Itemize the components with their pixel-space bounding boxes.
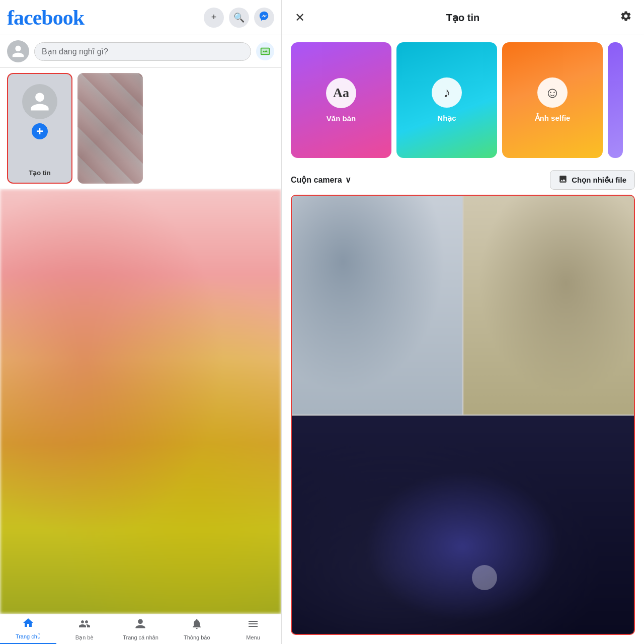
photo-post-button[interactable]: [256, 42, 274, 60]
header-icons: + 🔍: [204, 8, 274, 28]
photo-cell-3[interactable]: [292, 416, 634, 634]
story-photo-blur: [77, 73, 143, 184]
story-avatar-area: +: [22, 84, 57, 139]
right-panel: ✕ Tạo tin Aa Văn bàn ♪ Nhạc: [282, 0, 644, 644]
messenger-button[interactable]: [254, 8, 274, 28]
story-creator-title: Tạo tin: [446, 12, 479, 24]
create-story-plus: +: [32, 123, 48, 139]
nav-profile-label: Trang cá nhân: [123, 634, 158, 640]
search-icon: 🔍: [233, 12, 245, 23]
photo-cell-2[interactable]: [463, 196, 634, 415]
photo-circle-decoration: [472, 565, 497, 590]
selfie-type-label: Ảnh selfie: [535, 114, 571, 123]
post-input[interactable]: Bạn đang nghĩ gì?: [34, 42, 251, 61]
story-types-row: Aa Văn bàn ♪ Nhạc ☺ Ảnh selfie: [282, 35, 644, 165]
messenger-icon: [259, 11, 270, 24]
text-type-label: Văn bàn: [327, 114, 356, 123]
plus-icon: +: [211, 12, 217, 23]
nav-friends-label: Bạn bè: [75, 634, 94, 641]
bottom-nav: Trang chủ Bạn bè Trang cá nhân: [0, 614, 281, 644]
camera-selector: Cuộn camera ∨ Chọn nhiều file: [282, 165, 644, 195]
photo-blur-2: [463, 196, 634, 415]
nav-notifications-label: Thông báo: [184, 634, 210, 640]
story-type-music[interactable]: ♪ Nhạc: [396, 42, 497, 158]
story-creator-header: ✕ Tạo tin: [282, 0, 644, 35]
selfie-icon-circle: ☺: [537, 77, 568, 108]
camera-roll-button[interactable]: Cuộn camera ∨: [291, 175, 351, 185]
stories-row: + Tạo tin: [0, 68, 281, 189]
music-type-label: Nhạc: [437, 114, 456, 123]
music-icon-circle: ♪: [432, 77, 462, 108]
user-avatar: [7, 40, 29, 62]
close-button[interactable]: ✕: [291, 9, 309, 27]
feed-overlay: [0, 189, 281, 614]
choose-files-button[interactable]: Chọn nhiều file: [550, 170, 635, 190]
nav-notifications[interactable]: Thông báo: [169, 615, 225, 643]
text-icon: Aa: [333, 86, 349, 101]
choose-files-icon: [558, 175, 568, 185]
create-story-label: Tạo tin: [8, 169, 71, 177]
left-panel: facebook + 🔍 Bạn đang nghĩ gì?: [0, 0, 282, 644]
nav-menu-label: Menu: [246, 634, 260, 640]
feed-image: [0, 189, 281, 614]
post-box: Bạn đang nghĩ gì?: [0, 35, 281, 68]
search-button[interactable]: 🔍: [229, 8, 249, 28]
choose-files-label: Chọn nhiều file: [572, 176, 626, 185]
photo-blur-1: [292, 196, 462, 415]
nav-friends[interactable]: Bạn bè: [56, 615, 113, 644]
photo-cell-1[interactable]: [292, 196, 462, 415]
camera-roll-label: Cuộn camera: [291, 175, 342, 185]
profile-icon: [134, 618, 146, 633]
facebook-logo: facebook: [7, 6, 84, 30]
settings-button[interactable]: [617, 9, 635, 27]
nav-menu[interactable]: Menu: [225, 615, 281, 643]
music-icon: ♪: [443, 85, 450, 101]
nav-home[interactable]: Trang chủ: [0, 614, 56, 644]
feed-area: [0, 189, 281, 614]
home-icon: [22, 617, 34, 632]
menu-icon: [247, 618, 259, 633]
story-type-text[interactable]: Aa Văn bàn: [291, 42, 391, 158]
close-icon: ✕: [295, 11, 305, 25]
nav-home-label: Trang chủ: [16, 633, 41, 640]
chevron-down-icon: ∨: [345, 175, 351, 185]
story-type-extra[interactable]: [608, 42, 623, 158]
create-story-card[interactable]: + Tạo tin: [7, 73, 72, 184]
add-button[interactable]: +: [204, 8, 224, 28]
story-user-icon: [22, 84, 57, 119]
facebook-header: facebook + 🔍: [0, 0, 281, 35]
photo-grid[interactable]: [291, 195, 635, 635]
text-icon-circle: Aa: [326, 78, 356, 108]
photo-story-card[interactable]: [77, 73, 143, 184]
notifications-icon: [191, 618, 203, 633]
selfie-icon: ☺: [545, 84, 560, 101]
story-type-selfie[interactable]: ☺ Ảnh selfie: [502, 42, 603, 158]
photo-blur-3: [292, 416, 634, 634]
nav-profile[interactable]: Trang cá nhân: [113, 615, 169, 643]
gear-icon: [620, 10, 632, 25]
friends-icon: [78, 618, 91, 633]
